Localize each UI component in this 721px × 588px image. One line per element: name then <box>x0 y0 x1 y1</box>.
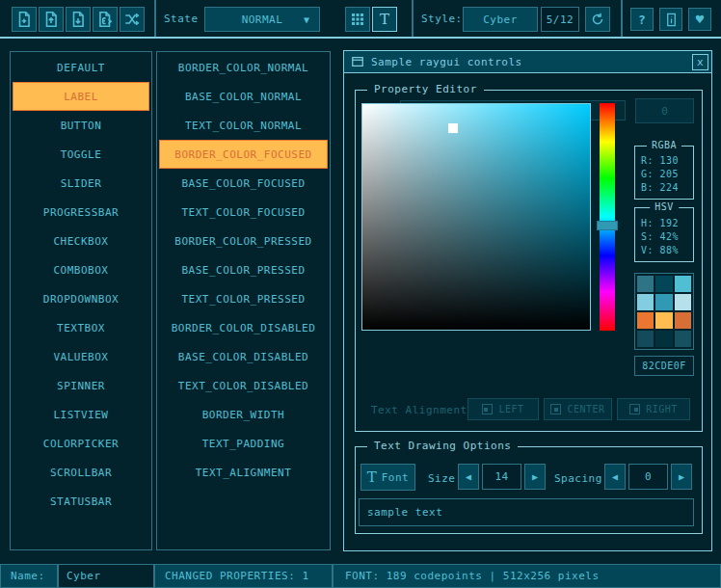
color-cursor[interactable] <box>448 123 458 133</box>
style-reload-button[interactable] <box>585 7 610 32</box>
list-item[interactable]: COLORPICKER <box>13 429 149 458</box>
list-item[interactable]: BASE_COLOR_PRESSED <box>159 255 328 284</box>
palette-swatch[interactable] <box>637 312 654 329</box>
list-item[interactable]: BORDER_COLOR_PRESSED <box>159 227 328 255</box>
statusbar-name-label: Name: <box>0 564 58 588</box>
load-style-button[interactable] <box>39 7 64 32</box>
style-color-palette <box>634 273 694 350</box>
spacing-decrease-button[interactable]: ◀ <box>604 464 626 490</box>
color-saturation-value-panel[interactable] <box>361 103 591 331</box>
list-item[interactable]: TEXT_COLOR_DISABLED <box>159 371 328 400</box>
list-item[interactable]: LISTVIEW <box>13 400 149 429</box>
size-valuebox[interactable]: 14 <box>482 464 521 490</box>
window-title: Sample raygui controls <box>371 56 522 68</box>
file-new-icon <box>15 11 33 28</box>
list-item[interactable]: BORDER_COLOR_NORMAL <box>159 53 328 82</box>
list-item[interactable]: TOGGLE <box>13 140 149 169</box>
list-item[interactable]: TEXTBOX <box>13 313 149 342</box>
controls-table-button[interactable] <box>345 7 370 32</box>
list-item[interactable]: BORDER_WIDTH <box>159 400 328 429</box>
rgba-b-value: B: 224 <box>635 181 693 195</box>
save-style-button[interactable] <box>66 7 91 32</box>
list-item[interactable]: STATUSBAR <box>13 487 149 516</box>
export-style-button[interactable] <box>93 7 118 32</box>
list-item[interactable]: PROGRESSBAR <box>13 198 149 227</box>
rguistyler-app: State NORMAL ▼ T Style: Cyber 5/12 <box>0 0 721 588</box>
align-left-icon <box>482 404 493 414</box>
palette-swatch[interactable] <box>675 312 691 329</box>
hsv-h-value: H: 192 <box>635 217 693 230</box>
value-zero-button[interactable]: 0 <box>635 98 694 123</box>
palette-swatch[interactable] <box>675 331 691 347</box>
palette-swatch[interactable] <box>655 312 672 329</box>
rgba-g-value: G: 205 <box>635 168 693 181</box>
state-dropdown[interactable]: NORMAL ▼ <box>204 7 320 32</box>
list-item[interactable]: TEXT_COLOR_PRESSED <box>159 284 328 313</box>
align-right-button[interactable]: RIGHT <box>617 398 690 420</box>
list-item[interactable]: TEXT_PADDING <box>159 429 328 458</box>
size-increase-button[interactable]: ▶ <box>524 464 546 490</box>
sponsor-button[interactable]: ♥ <box>688 8 711 31</box>
list-item[interactable]: CHECKBOX <box>13 227 149 255</box>
random-style-button[interactable] <box>120 7 145 32</box>
palette-swatch[interactable] <box>675 294 691 310</box>
palette-swatch[interactable] <box>655 331 672 347</box>
rgba-r-value: R: 130 <box>635 154 693 168</box>
list-item[interactable]: VALUEBOX <box>13 342 149 371</box>
align-center-button[interactable]: CENTER <box>544 398 612 420</box>
list-item-selected[interactable]: LABEL <box>13 82 149 111</box>
toolbar-divider <box>154 0 156 37</box>
spacing-valuebox[interactable]: 0 <box>628 464 668 490</box>
hsv-group-label: HSV <box>650 201 679 212</box>
palette-swatch[interactable] <box>637 294 654 310</box>
close-button[interactable]: x <box>692 54 708 70</box>
palette-swatch[interactable] <box>655 294 672 310</box>
grid-icon <box>350 12 365 27</box>
hsv-group: HSV H: 192 S: 42% V: 88% <box>634 207 694 262</box>
palette-swatch[interactable] <box>637 276 654 292</box>
list-item[interactable]: TEXT_COLOR_FOCUSED <box>159 198 328 227</box>
list-item[interactable]: BORDER_COLOR_DISABLED <box>159 313 328 342</box>
toolbar-divider <box>621 0 623 37</box>
align-left-button[interactable]: LEFT <box>467 398 539 420</box>
palette-swatch[interactable] <box>675 276 691 292</box>
list-item[interactable]: TEXT_COLOR_NORMAL <box>159 111 328 140</box>
list-item[interactable]: BASE_COLOR_NORMAL <box>159 82 328 111</box>
palette-swatch[interactable] <box>637 331 654 347</box>
list-item[interactable]: SLIDER <box>13 169 149 198</box>
info-icon <box>664 13 679 27</box>
style-counter: 5/12 <box>541 7 579 32</box>
style-name-textbox[interactable]: Cyber <box>58 564 154 588</box>
state-dropdown-value: NORMAL <box>242 13 283 26</box>
size-decrease-button[interactable]: ◀ <box>458 464 479 490</box>
palette-swatch[interactable] <box>655 276 672 292</box>
help-button[interactable]: ? <box>630 8 654 31</box>
hue-slider[interactable] <box>600 103 615 331</box>
file-open-icon <box>42 11 60 28</box>
list-item[interactable]: BUTTON <box>13 111 149 140</box>
style-name-button[interactable]: Cyber <box>463 7 538 32</box>
sample-controls-window: Sample raygui controls x Property Editor… <box>343 50 712 551</box>
sample-text-textbox[interactable]: sample text <box>359 498 694 526</box>
text-drawing-options-label: Text Drawing Options <box>367 440 518 452</box>
list-item[interactable]: SPINNER <box>13 371 149 400</box>
new-style-button[interactable] <box>12 7 37 32</box>
list-item[interactable]: DEFAULT <box>13 53 149 82</box>
hue-slider-handle[interactable] <box>597 221 618 230</box>
arrow-right-icon: ▶ <box>532 471 538 482</box>
hex-value-textbox[interactable]: 82CDE0F <box>634 356 694 376</box>
font-atlas-button[interactable]: T <box>372 7 397 32</box>
arrow-right-icon: ▶ <box>679 471 684 482</box>
info-button[interactable] <box>659 8 682 31</box>
list-item[interactable]: BASE_COLOR_DISABLED <box>159 342 328 371</box>
text-glyph-icon: T <box>380 11 389 28</box>
list-item[interactable]: DROPDOWNBOX <box>13 284 149 313</box>
list-item[interactable]: TEXT_ALIGNMENT <box>159 458 328 487</box>
list-item[interactable]: COMBOBOX <box>13 255 149 284</box>
list-item[interactable]: BASE_COLOR_FOCUSED <box>159 169 328 198</box>
hsv-s-value: S: 42% <box>635 230 693 244</box>
font-button[interactable]: T Font <box>360 464 415 491</box>
list-item[interactable]: SCROLLBAR <box>13 458 149 487</box>
spacing-increase-button[interactable]: ▶ <box>671 464 692 490</box>
list-item-selected[interactable]: BORDER_COLOR_FOCUSED <box>159 140 328 169</box>
